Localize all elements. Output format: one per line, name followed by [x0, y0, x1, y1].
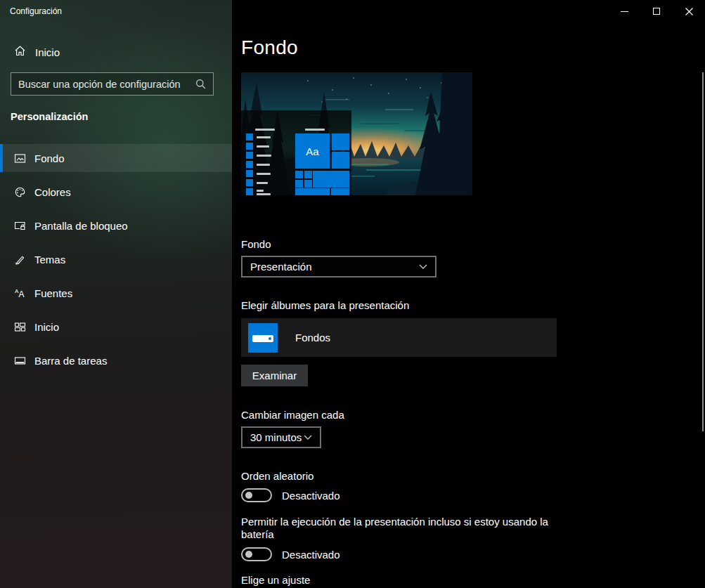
- picture-icon: [14, 152, 26, 164]
- sidebar-item-start[interactable]: Inicio: [0, 313, 232, 341]
- sidebar-home-label: Inicio: [35, 46, 60, 58]
- window-title: Configuración: [10, 6, 62, 16]
- start-menu-overlay: Aa: [241, 110, 351, 195]
- album-name: Fondos: [295, 332, 330, 344]
- sidebar-section-title: Personalización: [11, 111, 88, 122]
- home-icon: [14, 45, 26, 59]
- sidebar: Configuración Inicio Personalización: [0, 0, 232, 588]
- sidebar-item-label: Pantalla de bloqueo: [34, 220, 128, 232]
- chevron-down-icon: [304, 435, 312, 440]
- sidebar-item-themes[interactable]: Temas: [0, 245, 232, 273]
- search-box[interactable]: [11, 72, 214, 96]
- chevron-down-icon: [419, 264, 427, 269]
- sidebar-item-label: Barra de tareas: [34, 355, 107, 367]
- change-interval-label: Cambiar imagen cada: [241, 409, 344, 421]
- sidebar-item-colors[interactable]: Colores: [0, 178, 232, 206]
- sidebar-item-label: Temas: [34, 254, 65, 266]
- search-input[interactable]: [11, 73, 195, 95]
- lock-screen-icon: [14, 220, 26, 232]
- battery-label: Permitir la ejecución de la presentación…: [241, 516, 554, 541]
- sidebar-item-background[interactable]: Fondo: [0, 144, 232, 172]
- settings-window: Configuración Inicio Personalización: [0, 0, 705, 588]
- wallpaper-preview: Aa: [241, 72, 472, 195]
- shuffle-label: Orden aleatorio: [241, 470, 313, 482]
- sidebar-item-label: Inicio: [34, 321, 59, 333]
- background-type-value: Presentación: [250, 261, 312, 273]
- toggle-knob: [245, 551, 252, 558]
- svg-text:A: A: [19, 289, 25, 299]
- sidebar-item-taskbar[interactable]: Barra de tareas: [0, 346, 232, 374]
- palette-icon: [14, 186, 26, 198]
- change-interval-value: 30 minutos: [250, 431, 302, 443]
- battery-state: Desactivado: [282, 549, 340, 561]
- browse-button[interactable]: Examinar: [241, 365, 308, 386]
- scrollbar-thumb[interactable]: [702, 72, 704, 431]
- sidebar-item-home[interactable]: Inicio: [0, 39, 232, 65]
- sidebar-item-label: Fondo: [34, 152, 65, 164]
- background-type-label: Fondo: [241, 238, 271, 250]
- battery-toggle-row: Desactivado: [241, 547, 340, 562]
- sidebar-item-fonts[interactable]: A A Fuentes: [0, 279, 232, 307]
- page-title: Fondo: [241, 37, 298, 59]
- albums-label: Elegir álbumes para la presentación: [241, 299, 409, 311]
- start-tile-aa: Aa: [295, 133, 330, 169]
- themes-pen-icon: [14, 254, 26, 266]
- toggle-knob: [245, 492, 252, 499]
- sidebar-item-lock-screen[interactable]: Pantalla de bloqueo: [0, 211, 232, 240]
- shuffle-toggle[interactable]: [241, 488, 272, 502]
- album-picture-icon: [248, 323, 278, 353]
- start-tiles-icon: [14, 321, 26, 333]
- background-settings-page: Fondo: [241, 0, 705, 588]
- fonts-icon: A A: [14, 287, 26, 299]
- battery-toggle[interactable]: [241, 547, 272, 561]
- fit-label: Elige un ajuste: [241, 574, 310, 586]
- album-row[interactable]: Fondos: [241, 318, 557, 357]
- background-type-dropdown[interactable]: Presentación: [241, 256, 436, 277]
- shuffle-state: Desactivado: [282, 490, 340, 502]
- sidebar-item-label: Colores: [34, 186, 71, 198]
- shuffle-toggle-row: Desactivado: [241, 488, 340, 503]
- search-icon: [195, 79, 206, 89]
- sidebar-item-label: Fuentes: [34, 287, 72, 299]
- taskbar-icon: [14, 355, 26, 367]
- change-interval-dropdown[interactable]: 30 minutos: [241, 426, 321, 448]
